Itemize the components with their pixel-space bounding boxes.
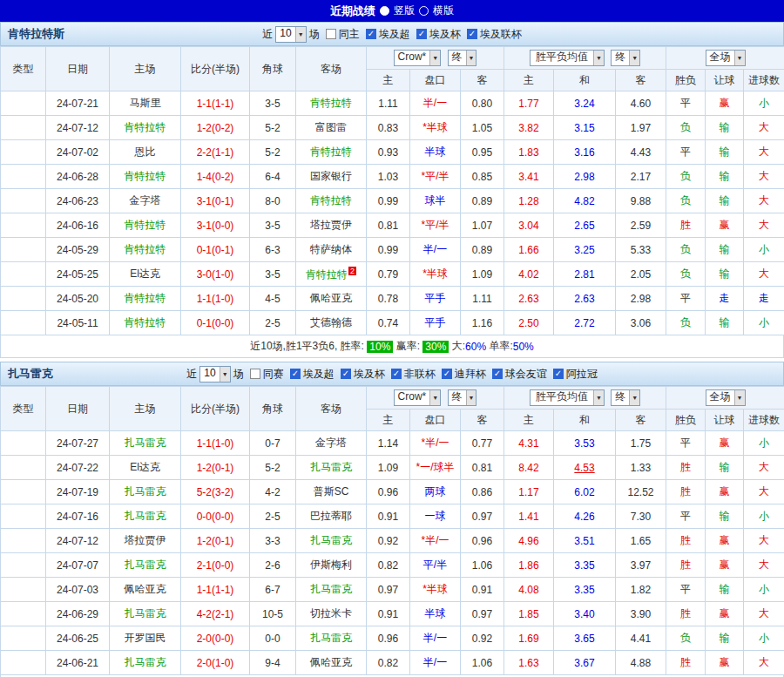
handicap-result: 走 <box>706 287 744 311</box>
handicap: *半球 <box>410 116 461 140</box>
company-select[interactable]: Crow*▼ <box>394 389 442 406</box>
score: 1-2(0-1) <box>181 456 250 480</box>
table-row: 埃及超24-06-25开罗国民2-0(0-0)0-0扎马雷克0.96半/一0.9… <box>1 626 784 651</box>
odds-away: 1.07 <box>461 213 504 238</box>
filter-checkbox-埃及超[interactable] <box>290 369 301 379</box>
avg-state-select[interactable]: 终▼ <box>611 50 640 66</box>
match-date: 24-06-25 <box>46 626 110 651</box>
footer-text: 60% <box>465 341 486 353</box>
avg-select[interactable]: 胜平负均值▼ <box>530 50 605 66</box>
team-name: El达克 <box>130 461 160 473</box>
odds-state-select[interactable]: 终▼ <box>448 50 477 66</box>
away-team: 国家银行 <box>296 165 367 189</box>
home-team: 恩比 <box>110 140 181 165</box>
radio-vertical-label[interactable]: 竖版 <box>394 3 415 18</box>
home-team: 扎马雷克 <box>110 480 181 504</box>
match-date: 24-07-16 <box>46 504 110 529</box>
avg-home: 1.85 <box>504 602 554 626</box>
col-cover: 让球 <box>706 410 744 431</box>
filter-checkbox-阿拉冠[interactable] <box>553 369 564 379</box>
avg-home: 2.63 <box>504 287 554 311</box>
avg-away: 4.41 <box>616 626 666 651</box>
avg-select[interactable]: 胜平负均值▼ <box>530 389 605 406</box>
team-name: 肯特拉特斯 <box>8 26 64 42</box>
score: 1-4(0-2) <box>181 165 250 189</box>
league-badge: 埃及超 <box>1 456 46 480</box>
away-team: 肯特拉特 <box>296 91 367 116</box>
radio-vertical[interactable] <box>380 6 389 16</box>
scope-select[interactable]: 全场▼ <box>706 50 746 66</box>
col-cover: 让球 <box>706 70 744 91</box>
company-select[interactable]: Crow*▼ <box>394 50 442 66</box>
filter-checkbox-埃及杯[interactable] <box>416 29 427 39</box>
team-name: 富图雷 <box>315 121 347 133</box>
corner-count: 3-3 <box>250 529 296 553</box>
goals-result: 大 <box>744 602 784 626</box>
goals-result: 大 <box>744 456 784 480</box>
corner-count: 6-4 <box>250 165 296 189</box>
home-team: 佩哈亚克 <box>110 578 181 602</box>
col-avg-home: 主 <box>504 70 554 91</box>
avg-state-select[interactable]: 终▼ <box>611 389 640 406</box>
goals-result: 大 <box>744 116 784 140</box>
result: 平 <box>666 287 706 311</box>
team-name: 巴拉蒂耶 <box>310 510 352 522</box>
handicap: *半/一 <box>410 529 461 553</box>
table-row: 埃及超24-07-27扎马雷克1-1(1-0)0-7金字塔1.14*半/一0.7… <box>1 431 784 456</box>
team-name: 切拉米卡 <box>310 607 352 619</box>
avg-select-value: 胜平负均值 <box>531 51 593 65</box>
avg-draw: 3.51 <box>554 529 616 553</box>
score: 3-1(0-0) <box>181 213 250 238</box>
chevron-down-icon: ▼ <box>220 367 230 382</box>
avg-away: 9.88 <box>616 189 666 213</box>
summary-footer: 近10场,胜1平3负6, 胜率: 10% 赢率: 30% 大:60% 单率:50… <box>0 335 784 358</box>
handicap-result: 输 <box>706 456 744 480</box>
handicap-result: 输 <box>706 578 744 602</box>
handicap: 半球 <box>410 140 461 165</box>
handicap: 半球 <box>410 602 461 626</box>
handicap-result: 输 <box>706 140 744 165</box>
team-name: 扎马雷克 <box>125 510 166 522</box>
avg-draw: 3.53 <box>554 431 616 456</box>
col-odds-home: 主 <box>367 70 410 91</box>
avg-home: 1.63 <box>504 651 554 675</box>
filter-checkbox-埃及联杯[interactable] <box>467 29 477 39</box>
odds-away: 0.96 <box>461 529 504 553</box>
filter-label: 阿拉冠 <box>566 367 598 382</box>
goals-result: 大 <box>744 553 784 578</box>
league-badge: 埃及超 <box>1 578 46 602</box>
away-team: 切拉米卡 <box>296 602 367 626</box>
radio-horizontal-label[interactable]: 横版 <box>433 3 454 18</box>
avg-away: 1.82 <box>616 578 666 602</box>
col-avg-away: 客 <box>616 70 666 91</box>
avg-draw: 3.24 <box>554 91 616 116</box>
match-date: 24-05-25 <box>46 262 110 287</box>
team-name: 塔拉贾伊 <box>310 219 352 231</box>
col-odds-home: 主 <box>367 410 410 431</box>
filter-checkbox-同赛[interactable] <box>250 369 260 379</box>
result: 胜 <box>666 480 706 504</box>
filter-label: 同主 <box>339 27 360 42</box>
team-name: 佩哈亚克 <box>310 656 352 668</box>
filter-checkbox-非联杯[interactable] <box>391 369 402 379</box>
recent-count-select[interactable]: 10▼ <box>199 366 230 383</box>
result: 胜 <box>666 529 706 553</box>
filter-checkbox-埃及超[interactable] <box>366 29 376 39</box>
odds-home: 0.99 <box>367 189 410 213</box>
filter-checkbox-同主[interactable] <box>326 29 336 39</box>
recent-count-select[interactable]: 10▼ <box>275 26 306 43</box>
scope-select[interactable]: 全场▼ <box>706 389 746 406</box>
filter-checkbox-迪拜杯[interactable] <box>442 369 452 379</box>
score: 4-2(2-1) <box>181 602 250 626</box>
corner-count: 0-0 <box>250 626 296 651</box>
odds-home: 0.96 <box>367 480 410 504</box>
league-badge: 埃及杯 <box>1 238 46 262</box>
filter-checkbox-埃及杯[interactable] <box>341 369 351 379</box>
table-row: 埃及超24-07-12肯特拉特1-2(0-2)5-2富图雷0.83*半球1.05… <box>1 116 784 140</box>
home-team: 肯特拉特 <box>110 238 181 262</box>
handicap: 一球 <box>410 504 461 529</box>
filter-checkbox-球会友谊[interactable] <box>492 369 503 379</box>
table-row: 埃及杯24-07-19扎马雷克5-2(3-2)4-2普斯SC0.96两球0.86… <box>1 480 784 504</box>
odds-state-select[interactable]: 终▼ <box>448 389 477 406</box>
radio-horizontal[interactable] <box>419 6 429 16</box>
